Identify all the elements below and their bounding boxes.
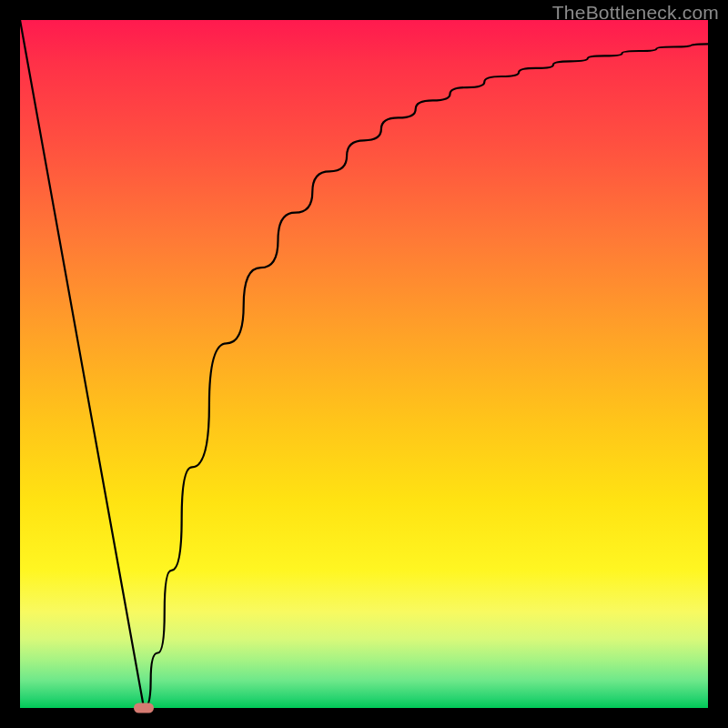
optimal-marker <box>134 703 154 713</box>
bottleneck-curve <box>20 20 708 708</box>
chart-frame: TheBottleneck.com <box>0 0 728 728</box>
plot-area <box>20 20 708 708</box>
watermark-text: TheBottleneck.com <box>552 2 719 24</box>
curve-line <box>20 20 708 708</box>
